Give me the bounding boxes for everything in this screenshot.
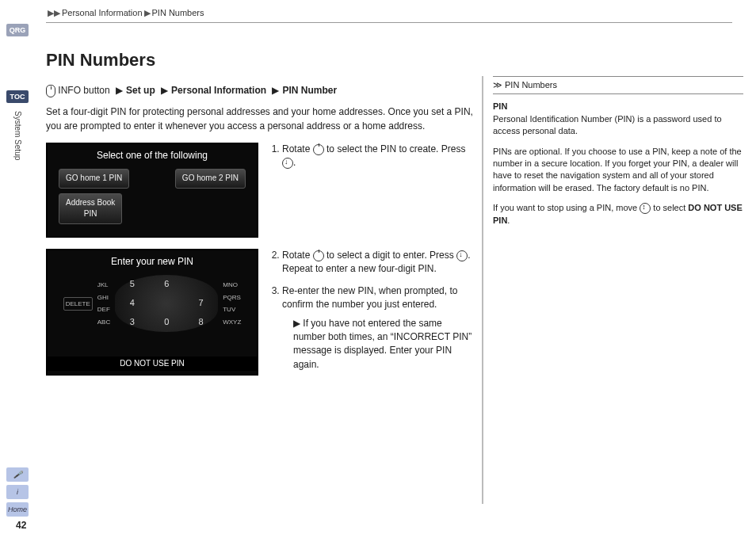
breadcrumb-item: PIN Numbers [152, 8, 204, 17]
screen-title: Select one of the following [52, 149, 252, 162]
main-content: PIN Numbers INFO button ▶Set up ▶Persona… [46, 48, 474, 391]
top-divider [46, 22, 732, 23]
mouse-icon [46, 85, 55, 97]
sub-step: ▶ If you have not entered the same numbe… [293, 317, 474, 372]
side-text: Personal Identification Number (PIN) is … [493, 114, 722, 135]
step-text: Rotate to select a digit to enter. Press… [282, 249, 474, 277]
step-1: Rotate to select the PIN to create. Pres… [268, 143, 474, 238]
qrg-badge[interactable]: QRG [6, 24, 29, 36]
screenshot-select-pin: Select one of the following GO home 1 PI… [46, 143, 258, 238]
screenshot-enter-pin: Enter your new PIN DELETE JKL GHI DEF AB… [46, 249, 258, 376]
left-sidebar: QRG TOC System Setup [6, 24, 29, 160]
side-header: ≫PIN Numbers [493, 76, 743, 94]
breadcrumb-item: Personal Information [62, 8, 143, 17]
info-badge[interactable]: i [6, 485, 29, 499]
toc-badge[interactable]: TOC [6, 90, 29, 103]
press-icon [282, 158, 293, 169]
page-number: 42 [16, 520, 26, 531]
nav-step: Personal Information [171, 85, 266, 96]
go-home-1-pin-button[interactable]: GO home 1 PIN [59, 169, 129, 189]
step-block-2: Enter your new PIN DELETE JKL GHI DEF AB… [46, 249, 474, 380]
dial-left-letters: DELETE [63, 297, 93, 311]
delete-button[interactable]: DELETE [63, 297, 93, 311]
dial-icon [313, 144, 324, 155]
nav-step: Set up [126, 85, 155, 96]
address-book-pin-button[interactable]: Address Book PIN [59, 193, 122, 224]
side-column: ≫PIN Numbers PIN Personal Identification… [482, 76, 751, 504]
section-label: System Setup [13, 111, 22, 160]
voice-badge[interactable]: 🎤 [6, 467, 29, 482]
steps-2-3: Rotate to select a digit to enter. Press… [268, 249, 474, 380]
screen-title: Enter your new PIN [52, 255, 252, 269]
nav-path: INFO button ▶Set up ▶Personal Informatio… [46, 84, 474, 97]
side-heading: PIN [493, 101, 507, 111]
home-badge[interactable]: Home [6, 502, 29, 517]
intro-text: Set a four-digit PIN for protecting pers… [46, 105, 474, 133]
side-text: PINs are optional. If you choose to use … [493, 146, 743, 195]
nav-prefix: INFO button [58, 85, 109, 96]
do-not-use-pin-button[interactable]: DO NOT USE PIN [48, 357, 257, 372]
press-icon [456, 250, 468, 261]
go-home-2-pin-button[interactable]: GO home 2 PIN [175, 169, 246, 189]
pin-dial[interactable]: 56 47 308 [115, 275, 218, 332]
side-text: If you want to stop using a PIN, move to… [493, 202, 743, 227]
dial-icon [313, 250, 324, 261]
step-text: Re-enter the new PIN, when prompted, to … [282, 284, 474, 372]
breadcrumb: ▶▶Personal Information▶PIN Numbers [46, 8, 204, 18]
page-title: PIN Numbers [46, 48, 474, 73]
nav-step: PIN Number [282, 85, 337, 96]
step-block-1: Select one of the following GO home 1 PI… [46, 143, 474, 238]
bottom-badges: 🎤 i Home [6, 467, 29, 517]
selector-icon [640, 203, 651, 214]
step-text: Rotate to select the PIN to create. Pres… [282, 143, 474, 170]
